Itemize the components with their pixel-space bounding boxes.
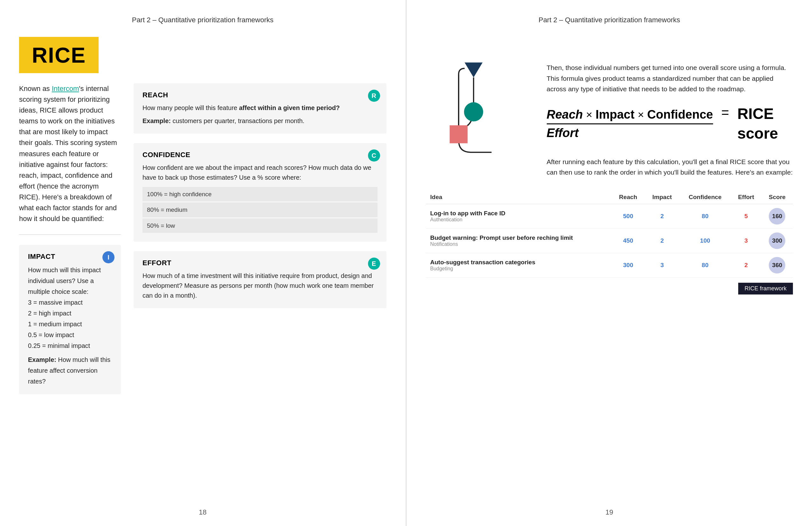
right-page-number: 19	[606, 508, 613, 516]
confidence-badge: C	[368, 149, 380, 162]
effort-title: EFFORT	[143, 259, 378, 267]
confidence-table: 100% = high confidence 80% = medium 50% …	[143, 187, 378, 233]
rice-diagram	[429, 59, 518, 161]
intercom-link[interactable]: Intercom	[52, 85, 79, 92]
impact-2: 2	[645, 228, 679, 253]
confidence-label: Confidence	[647, 108, 713, 121]
spread: Part 2 – Quantitative prioritization fra…	[0, 0, 812, 526]
table-row: Auto-suggest transaction categories Budg…	[426, 253, 793, 277]
description-text: Known as Intercom's internal scoring sys…	[19, 83, 121, 224]
right-cards-col: REACH R How many people will this featur…	[134, 83, 387, 404]
formula-result: RICE score	[737, 104, 793, 144]
confidence-title: CONFIDENCE	[143, 151, 378, 159]
confidence-row-3: 50% = low	[143, 218, 378, 233]
triangle-icon	[464, 63, 482, 77]
effort-badge: E	[368, 258, 380, 270]
diagram-area	[426, 37, 521, 178]
left-description-col: Known as Intercom's internal scoring sys…	[19, 83, 121, 404]
red-square	[449, 125, 467, 143]
col-reach: Reach	[612, 190, 645, 204]
formula-equals-sign: =	[721, 104, 729, 121]
impact-label: Impact	[595, 108, 634, 121]
table-body: Log-in to app with Face ID Authenticatio…	[426, 204, 793, 277]
col-effort: Effort	[731, 190, 762, 204]
confidence-text: How confident are we about the impact an…	[143, 163, 378, 233]
idea-cell-3: Auto-suggest transaction categories Budg…	[426, 253, 612, 277]
impact-text: How much will this impact individual use…	[28, 265, 112, 387]
right-page-top: Then, those individual numbers get turne…	[426, 37, 793, 178]
impact-item-1: 3 = massive impact	[28, 297, 112, 308]
rice-title-box: RICE	[19, 37, 99, 73]
rice-table-container: Idea Reach Impact Confidence Effort Scor…	[426, 190, 793, 278]
effort-2: 3	[731, 228, 762, 253]
confidence-3: 80	[679, 253, 730, 277]
formula-fraction: Reach × Impact × Confidence Effort	[547, 108, 713, 140]
formula-numerator: Reach × Impact × Confidence	[547, 108, 713, 121]
times-1: ×	[586, 108, 593, 121]
impact-item-5: 0.25 = minimal impact	[28, 340, 112, 351]
impact-1: 2	[645, 204, 679, 228]
confidence-card: CONFIDENCE C How confident are we about …	[134, 143, 387, 242]
impact-example: Example: How much will this feature affe…	[28, 354, 112, 387]
formula-description: Then, those individual numbers get turne…	[547, 62, 793, 94]
table-row: Log-in to app with Face ID Authenticatio…	[426, 204, 793, 228]
effort-1: 5	[731, 204, 762, 228]
rice-framework-badge: RICE framework	[738, 283, 793, 294]
reach-2: 450	[612, 228, 645, 253]
confidence-row-1: 100% = high confidence	[143, 187, 378, 201]
col-score: Score	[762, 190, 793, 204]
reach-1: 500	[612, 204, 645, 228]
reach-text: How many people will this feature affect…	[143, 103, 378, 126]
left-content: Known as Intercom's internal scoring sys…	[19, 83, 387, 404]
effort-3: 2	[731, 253, 762, 277]
table-header-row: Idea Reach Impact Confidence Effort Scor…	[426, 190, 793, 204]
impact-title: IMPACT	[28, 252, 112, 261]
reach-label: Reach	[547, 108, 583, 121]
impact-badge: I	[102, 251, 115, 263]
impact-item-3: 1 = medium impact	[28, 319, 112, 330]
left-page-number: 18	[199, 508, 206, 516]
rice-table: Idea Reach Impact Confidence Effort Scor…	[426, 190, 793, 278]
left-page-header: Part 2 – Quantitative prioritization fra…	[19, 16, 387, 24]
col-impact: Impact	[645, 190, 679, 204]
times-2: ×	[638, 108, 644, 121]
reach-badge: R	[368, 90, 380, 102]
confidence-1: 80	[679, 204, 730, 228]
reach-3: 300	[612, 253, 645, 277]
formula-area: Then, those individual numbers get turne…	[534, 37, 793, 178]
formula-wrapper: Reach × Impact × Confidence Effort = RIC…	[547, 104, 793, 144]
divider	[19, 234, 121, 235]
col-confidence: Confidence	[679, 190, 730, 204]
idea-cell-2: Budget warning: Prompt user before rechi…	[426, 228, 612, 253]
impact-3: 3	[645, 253, 679, 277]
score-3: 360	[762, 253, 793, 277]
right-page-header: Part 2 – Quantitative prioritization fra…	[426, 16, 793, 24]
right-page: Part 2 – Quantitative prioritization fra…	[407, 0, 812, 526]
idea-cell-1: Log-in to app with Face ID Authenticatio…	[426, 204, 612, 228]
formula-divider-line	[547, 123, 713, 125]
reach-title: REACH	[143, 91, 378, 99]
reach-card: REACH R How many people will this featur…	[134, 83, 387, 134]
impact-card: IMPACT I How much will this impact indiv…	[19, 245, 121, 394]
formula-denominator: Effort	[547, 126, 579, 140]
impact-item-4: 0.5 = low impact	[28, 330, 112, 340]
table-row: Budget warning: Prompt user before rechi…	[426, 228, 793, 253]
score-1: 160	[762, 204, 793, 228]
effort-card: EFFORT E How much of a time investment w…	[134, 251, 387, 308]
left-page: Part 2 – Quantitative prioritization fra…	[0, 0, 406, 526]
after-description: After running each feature by this calcu…	[547, 157, 793, 178]
impact-item-2: 2 = high impact	[28, 308, 112, 319]
teal-circle	[464, 102, 483, 121]
confidence-row-2: 80% = medium	[143, 203, 378, 217]
col-idea: Idea	[426, 190, 612, 204]
confidence-2: 100	[679, 228, 730, 253]
effort-text: How much of a time investment will this …	[143, 271, 378, 301]
rice-title: RICE	[32, 43, 86, 68]
score-2: 300	[762, 228, 793, 253]
